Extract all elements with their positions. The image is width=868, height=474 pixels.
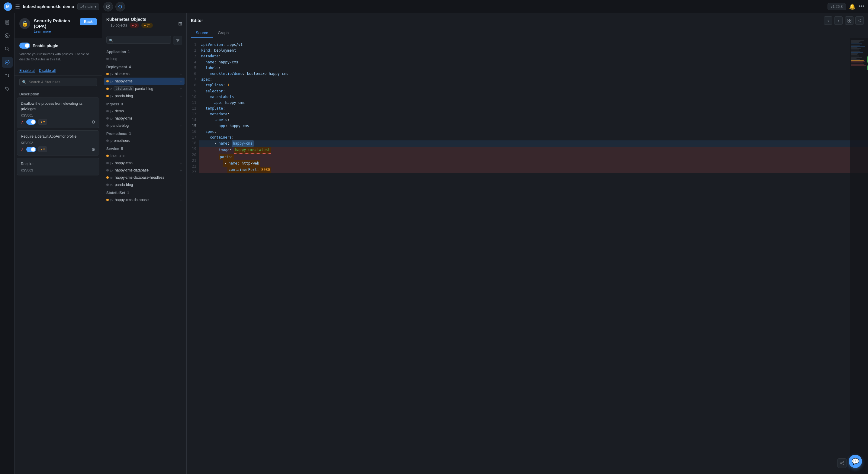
editor-share-icon[interactable] — [855, 16, 864, 25]
k8s-search-input[interactable] — [106, 36, 171, 44]
sidebar-item-tags[interactable] — [2, 83, 13, 94]
editor-code[interactable]: apiVersion: apps/v1 kind: Deployment met… — [199, 38, 868, 474]
editor-prev-button[interactable]: ‹ — [824, 16, 832, 25]
list-item[interactable]: blog — [104, 55, 185, 63]
group-name: Application — [106, 50, 126, 54]
k8s-grid-icon[interactable]: ⊞ — [178, 21, 182, 27]
k8s-stats: 15 objects ● 0 ● 74 — [106, 22, 157, 30]
enable-all-link[interactable]: Enable all — [19, 68, 35, 73]
enable-disable-row: Enable all Disable all — [14, 66, 102, 75]
k8s-objects-list: Application 1 blog Deployment 4 ▷ blue-c… — [102, 48, 186, 474]
item-name: happy-cms-database-headless — [115, 176, 182, 180]
warn-dot: ● — [144, 24, 146, 27]
rule-severity[interactable]: ● ▾ — [38, 119, 47, 125]
line-number: 7 — [187, 77, 199, 83]
expand-icon: ▷ — [111, 117, 113, 120]
svg-point-30 — [840, 463, 841, 464]
chat-button[interactable]: 💬 — [849, 455, 862, 468]
disable-all-link[interactable]: Disable all — [39, 68, 56, 73]
rule-item: Require a default AppArmor profile KSV00… — [17, 130, 99, 156]
list-item[interactable]: blue-cms — [104, 152, 185, 159]
sync-button[interactable] — [115, 2, 125, 11]
topbar: M ☰ kubeshop/monokle-demo ⎇ main ▾ v1.26… — [0, 0, 868, 13]
list-item[interactable]: ▷ happy-cms ⊹ — [104, 159, 185, 167]
share-icon[interactable]: ⊹ — [180, 161, 182, 165]
list-item[interactable]: panda-blog ⊹ — [104, 122, 185, 129]
code-line: labels: — [199, 65, 868, 71]
share-icon[interactable]: ⊹ — [180, 87, 182, 90]
code-share-button[interactable] — [837, 458, 847, 468]
list-item[interactable]: ▷ happy-cms — [104, 115, 185, 122]
back-button[interactable]: Back — [80, 18, 97, 25]
repo-name: kubeshop/monokle-demo — [23, 4, 74, 9]
k8s-search-row: 🔍 — [102, 34, 186, 48]
rule-gear-icon[interactable]: ⚙ — [92, 147, 95, 152]
policy-title-area: Security Policies (OPA) Learn more — [34, 18, 76, 33]
status-dot — [106, 73, 109, 75]
sidebar-item-search[interactable] — [2, 43, 13, 54]
rule-chevron-icon[interactable]: ∧ — [21, 147, 24, 152]
share-icon[interactable]: ⊹ — [180, 169, 182, 172]
item-name: happy-cms — [115, 79, 178, 83]
sidebar-item-policies[interactable] — [2, 57, 13, 68]
svg-point-26 — [861, 22, 861, 22]
group-name: Deployment — [106, 65, 127, 69]
group-name: Ingress — [106, 102, 119, 106]
list-item[interactable]: ▷ happy-cms-database-headless — [104, 174, 185, 181]
list-item[interactable]: ▷ third-branch panda-blog ⊹ — [104, 85, 185, 92]
menu-icon[interactable]: ☰ — [15, 3, 20, 10]
error-dot: ● — [132, 24, 134, 27]
rule-id: KSV002 — [21, 141, 95, 145]
rule-toggle[interactable] — [26, 119, 36, 125]
share-icon[interactable]: ⊹ — [180, 95, 182, 98]
branch-tag: third-branch — [114, 86, 134, 91]
list-item[interactable]: ▷ demo — [104, 107, 185, 115]
rule-chevron-icon[interactable]: ∧ — [21, 120, 24, 124]
rule-id: KSV003 — [21, 168, 95, 172]
notification-icon[interactable]: 🔔 — [849, 3, 856, 10]
list-item[interactable]: ▷ happy-cms ⊹ — [104, 77, 185, 85]
status-dot — [106, 58, 109, 60]
more-menu-icon[interactable]: ••• — [859, 3, 864, 10]
share-icon[interactable]: ⊹ — [180, 124, 182, 127]
rule-controls: ∧ ● ▾ ⚙ — [21, 119, 95, 125]
share-icon[interactable]: ⊹ — [180, 72, 182, 76]
list-item[interactable]: prometheus — [104, 137, 185, 144]
list-item[interactable]: ▷ blue-cms ⊹ — [104, 70, 185, 77]
line-number: 2 — [187, 48, 199, 54]
line-number: 13 — [187, 112, 199, 117]
editor-next-button[interactable]: › — [834, 16, 843, 25]
sidebar-item-compare[interactable] — [2, 70, 13, 81]
branch-selector[interactable]: ⎇ main ▾ — [77, 3, 99, 10]
list-item[interactable]: ▷ panda-blog ⊹ — [104, 92, 185, 100]
k8s-group-service: Service 5 — [104, 144, 185, 152]
share-icon[interactable]: ⊹ — [180, 198, 182, 202]
search-filter-input[interactable] — [19, 78, 97, 86]
line-number: 22 — [187, 164, 199, 169]
policy-icon: 🔒 — [19, 18, 30, 29]
tab-graph[interactable]: Graph — [213, 28, 234, 38]
list-item[interactable]: ▷ happy-cms-database ⊹ — [104, 196, 185, 203]
learn-more-link[interactable]: Learn more — [34, 30, 76, 33]
policy-panel: 🔒 Security Policies (OPA) Learn more Bac… — [14, 13, 102, 474]
list-item[interactable]: ▷ happy-cms-database ⊹ — [104, 167, 185, 174]
expand-icon: ▷ — [110, 87, 112, 90]
share-button[interactable] — [103, 2, 113, 11]
rule-item: Disallow the process from elevating its … — [17, 97, 99, 128]
sidebar-item-files[interactable] — [2, 17, 13, 28]
enable-plugin-toggle[interactable] — [19, 42, 30, 49]
list-item[interactable]: ▷ panda-blog ⊹ — [104, 181, 185, 188]
k8s-filter-button[interactable] — [173, 36, 182, 45]
code-line: ports: — [199, 154, 868, 160]
code-line: metadata: — [199, 54, 868, 59]
k8s-group-prometheus: Prometheus 1 — [104, 129, 185, 137]
rule-gear-icon[interactable]: ⚙ — [92, 120, 95, 124]
share-icon[interactable]: ⊹ — [180, 80, 182, 83]
rule-severity[interactable]: ● ▾ — [38, 147, 47, 152]
error-count: 0 — [135, 24, 136, 27]
share-icon[interactable]: ⊹ — [180, 183, 182, 187]
tab-source[interactable]: Source — [191, 28, 213, 38]
editor-view-icon[interactable] — [845, 16, 854, 25]
sidebar-item-activity[interactable] — [2, 30, 13, 41]
rule-toggle[interactable] — [26, 147, 36, 152]
